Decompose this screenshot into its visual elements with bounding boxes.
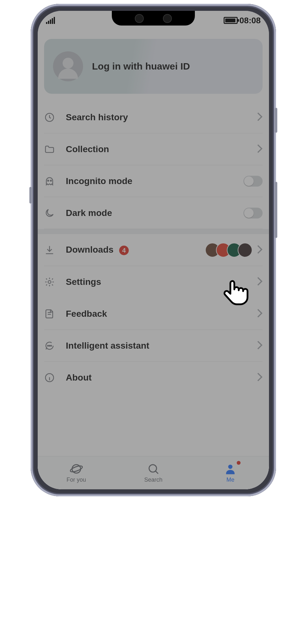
menu-label: Search history <box>63 112 257 122</box>
ghost-icon <box>44 176 63 187</box>
planet-icon <box>70 463 83 475</box>
menu-label: Downloads 4 <box>63 245 205 255</box>
downloads-preview <box>205 243 252 257</box>
folder-icon <box>44 144 63 155</box>
chat-icon <box>44 340 63 351</box>
menu-label: Intelligent assistant <box>63 341 257 351</box>
menu-item-downloads[interactable]: Downloads 4 <box>44 234 263 266</box>
dark-mode-toggle[interactable] <box>243 208 263 218</box>
incognito-toggle[interactable] <box>243 176 263 187</box>
phone-frame: 08:08 Log in with huawei ID Search histo… <box>31 4 276 496</box>
info-icon <box>44 372 63 383</box>
login-card[interactable]: Log in with huawei ID <box>44 39 263 94</box>
downloads-label: Downloads <box>66 245 113 255</box>
menu-label: About <box>63 373 257 383</box>
battery-icon <box>224 17 238 24</box>
menu-item-incognito[interactable]: Incognito mode <box>44 165 263 197</box>
chevron-right-icon <box>257 340 263 351</box>
svg-point-11 <box>228 465 233 469</box>
tab-label: Search <box>144 477 162 483</box>
avatar-icon <box>53 51 83 81</box>
menu-label: Collection <box>63 144 257 154</box>
chevron-right-icon <box>257 245 263 255</box>
volume-button[interactable] <box>275 182 277 238</box>
menu-item-about[interactable]: About <box>44 362 263 394</box>
downloads-badge: 4 <box>119 246 129 255</box>
chevron-right-icon <box>257 372 263 383</box>
clock-icon <box>44 112 63 123</box>
svg-point-3 <box>48 280 51 283</box>
chevron-right-icon <box>257 112 263 123</box>
notification-dot <box>237 461 241 465</box>
menu-item-assistant[interactable]: Intelligent assistant <box>44 330 263 362</box>
svg-point-5 <box>49 345 50 346</box>
side-key[interactable] <box>29 187 32 204</box>
svg-point-10 <box>149 465 157 472</box>
settings-page: Log in with huawei ID Search history <box>38 31 269 456</box>
app-icon <box>238 243 252 257</box>
power-button[interactable] <box>275 108 277 133</box>
app-icons-stack <box>205 243 252 257</box>
tab-me[interactable]: Me <box>192 456 269 489</box>
chevron-right-icon <box>257 144 263 155</box>
tab-search[interactable]: Search <box>115 456 192 489</box>
feedback-icon <box>44 308 63 319</box>
gear-icon <box>44 277 63 287</box>
svg-point-9 <box>70 465 83 473</box>
menu-item-dark-mode[interactable]: Dark mode <box>44 197 263 229</box>
login-label: Log in with huawei ID <box>92 61 190 72</box>
download-icon <box>44 245 63 255</box>
notch <box>112 11 195 26</box>
svg-point-4 <box>48 345 49 346</box>
svg-point-2 <box>50 180 51 181</box>
pointer-hand-icon <box>222 278 250 313</box>
tab-label: For you <box>66 477 86 483</box>
chevron-right-icon <box>257 308 263 319</box>
search-icon <box>147 463 160 475</box>
menu-list: Search history Collection <box>38 101 269 394</box>
tab-for-you[interactable]: For you <box>38 456 115 489</box>
svg-point-1 <box>48 180 49 181</box>
bottom-nav: For you Search Me <box>38 456 269 489</box>
menu-item-search-history[interactable]: Search history <box>44 101 263 133</box>
signal-icon <box>46 17 55 24</box>
moon-icon <box>44 208 63 218</box>
person-icon <box>224 463 237 475</box>
section-divider <box>38 229 269 234</box>
menu-label: Dark mode <box>63 208 243 218</box>
svg-point-6 <box>51 345 52 346</box>
menu-label: Incognito mode <box>63 176 243 186</box>
chevron-right-icon <box>257 277 263 287</box>
status-time: 08:08 <box>240 16 261 26</box>
menu-item-collection[interactable]: Collection <box>44 133 263 165</box>
screen: 08:08 Log in with huawei ID Search histo… <box>38 11 269 489</box>
tab-label: Me <box>226 477 234 483</box>
